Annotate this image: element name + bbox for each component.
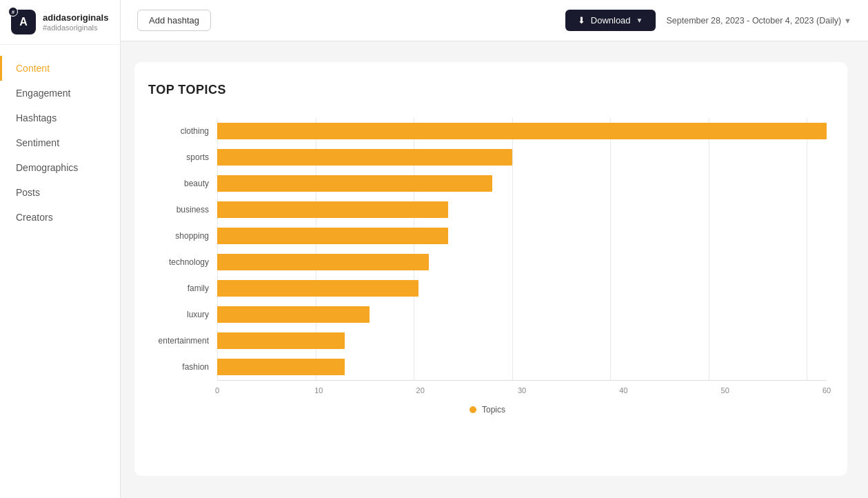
bar-label: business — [148, 205, 217, 215]
x-axis-tick: 50 — [721, 386, 729, 395]
bar-row: fashion — [148, 354, 827, 380]
bar-row: entertainment — [148, 328, 827, 354]
bar-area — [217, 144, 827, 170]
content-area: TOP TOPICS clothingsportsbeautybusinesss… — [121, 41, 868, 498]
bar-label: beauty — [148, 179, 217, 188]
bar-area — [217, 328, 827, 354]
bar-row: sports — [148, 144, 827, 170]
bar-fill — [217, 175, 492, 192]
sidebar-item-demographics[interactable]: Demographics — [0, 155, 120, 180]
bar-fill — [217, 280, 418, 297]
avatar: # A — [11, 10, 36, 34]
sidebar-item-hashtags[interactable]: Hashtags — [0, 106, 120, 130]
account-info: adidasoriginals #adidasoriginals — [43, 12, 108, 32]
topbar: Add hashtag ⬇ Download ▼ September 28, 2… — [121, 0, 868, 41]
sidebar-item-posts[interactable]: Posts — [0, 180, 120, 205]
sidebar-item-content[interactable]: Content — [0, 56, 120, 81]
download-label: Download — [591, 15, 631, 26]
x-axis-tick: 40 — [619, 386, 627, 395]
bar-fill — [217, 228, 448, 244]
bar-area — [217, 197, 827, 223]
bar-row: business — [148, 197, 827, 223]
legend-label: Topics — [482, 405, 505, 415]
sidebar-nav: ContentEngagementHashtagsSentimentDemogr… — [0, 45, 120, 241]
bar-fill — [217, 123, 827, 139]
bar-fill — [217, 201, 448, 218]
bar-label: technology — [148, 257, 217, 267]
bar-fill — [217, 254, 429, 270]
sidebar-item-engagement[interactable]: Engagement — [0, 81, 120, 106]
bar-label: shopping — [148, 231, 217, 241]
bar-label: sports — [148, 152, 217, 162]
add-hashtag-button[interactable]: Add hashtag — [137, 10, 211, 31]
sidebar-item-sentiment[interactable]: Sentiment — [0, 130, 120, 155]
x-axis-tick: 0 — [215, 386, 219, 395]
sidebar: # A adidasoriginals #adidasoriginals Con… — [0, 0, 121, 498]
topbar-right: ⬇ Download ▼ September 28, 2023 - Octobe… — [565, 10, 851, 31]
bar-label: family — [148, 283, 217, 293]
download-button[interactable]: ⬇ Download ▼ — [565, 10, 656, 31]
bar-row: family — [148, 275, 827, 301]
account-name: adidasoriginals — [43, 12, 108, 23]
bar-fill — [217, 306, 370, 323]
bar-row: beauty — [148, 170, 827, 197]
x-axis-tick: 60 — [822, 386, 831, 395]
bar-area — [217, 249, 827, 275]
bar-area — [217, 354, 827, 380]
x-axis-tick: 20 — [416, 386, 425, 395]
bar-area — [217, 118, 827, 144]
bar-row: luxury — [148, 301, 827, 328]
bar-fill — [217, 332, 345, 349]
bar-fill — [217, 359, 345, 375]
bar-label: entertainment — [148, 336, 217, 346]
chart-title: TOP TOPICS — [148, 83, 827, 97]
download-icon: ⬇ — [578, 15, 585, 26]
heart-icon: ▼ — [844, 17, 851, 25]
bar-area — [217, 275, 827, 301]
bar-row: clothing — [148, 118, 827, 144]
main: Add hashtag ⬇ Download ▼ September 28, 2… — [121, 0, 868, 498]
x-axis-tick: 30 — [518, 386, 526, 395]
topbar-left: Add hashtag — [137, 10, 211, 31]
account-handle: #adidasoriginals — [43, 23, 108, 32]
sidebar-item-creators[interactable]: Creators — [0, 205, 120, 230]
bar-area — [217, 223, 827, 249]
chevron-down-icon: ▼ — [636, 17, 643, 24]
date-range: September 28, 2023 - October 4, 2023 (Da… — [667, 16, 852, 26]
legend-dot — [470, 406, 476, 413]
chart-legend: Topics — [148, 405, 827, 415]
x-axis: 0102030405060 — [217, 380, 827, 394]
bar-chart: clothingsportsbeautybusinessshoppingtech… — [148, 118, 827, 380]
sidebar-header: # A adidasoriginals #adidasoriginals — [0, 0, 120, 45]
bar-area — [217, 170, 827, 197]
x-axis-tick: 10 — [314, 386, 323, 395]
chart-container: TOP TOPICS clothingsportsbeautybusinesss… — [134, 62, 847, 476]
hash-badge: # — [8, 7, 18, 17]
bar-label: fashion — [148, 362, 217, 372]
bar-fill — [217, 149, 512, 166]
bar-label: luxury — [148, 310, 217, 319]
bar-label: clothing — [148, 126, 217, 136]
bar-area — [217, 301, 827, 328]
bar-row: technology — [148, 249, 827, 275]
bar-row: shopping — [148, 223, 827, 249]
